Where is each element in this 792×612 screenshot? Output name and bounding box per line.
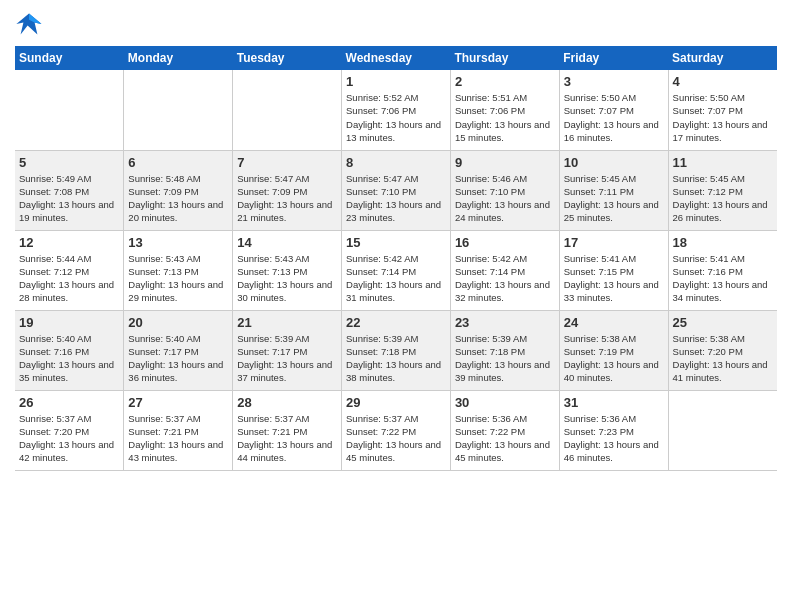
week-row-4: 19Sunrise: 5:40 AM Sunset: 7:16 PM Dayli… — [15, 310, 777, 390]
weekday-header-wednesday: Wednesday — [342, 46, 451, 70]
day-info: Sunrise: 5:42 AM Sunset: 7:14 PM Dayligh… — [346, 252, 446, 305]
day-cell: 29Sunrise: 5:37 AM Sunset: 7:22 PM Dayli… — [342, 390, 451, 470]
day-info: Sunrise: 5:36 AM Sunset: 7:23 PM Dayligh… — [564, 412, 664, 465]
day-info: Sunrise: 5:43 AM Sunset: 7:13 PM Dayligh… — [237, 252, 337, 305]
logo-icon — [15, 10, 43, 38]
day-cell: 18Sunrise: 5:41 AM Sunset: 7:16 PM Dayli… — [668, 230, 777, 310]
day-number: 18 — [673, 235, 773, 250]
day-cell — [233, 70, 342, 150]
day-cell: 13Sunrise: 5:43 AM Sunset: 7:13 PM Dayli… — [124, 230, 233, 310]
day-number: 25 — [673, 315, 773, 330]
day-number: 15 — [346, 235, 446, 250]
day-cell — [15, 70, 124, 150]
calendar-page: SundayMondayTuesdayWednesdayThursdayFrid… — [0, 0, 792, 481]
day-cell: 20Sunrise: 5:40 AM Sunset: 7:17 PM Dayli… — [124, 310, 233, 390]
day-number: 29 — [346, 395, 446, 410]
day-cell: 30Sunrise: 5:36 AM Sunset: 7:22 PM Dayli… — [450, 390, 559, 470]
day-number: 10 — [564, 155, 664, 170]
day-cell: 23Sunrise: 5:39 AM Sunset: 7:18 PM Dayli… — [450, 310, 559, 390]
day-number: 13 — [128, 235, 228, 250]
day-info: Sunrise: 5:50 AM Sunset: 7:07 PM Dayligh… — [564, 91, 664, 144]
day-cell: 11Sunrise: 5:45 AM Sunset: 7:12 PM Dayli… — [668, 150, 777, 230]
day-number: 17 — [564, 235, 664, 250]
week-row-3: 12Sunrise: 5:44 AM Sunset: 7:12 PM Dayli… — [15, 230, 777, 310]
header — [15, 10, 777, 38]
day-cell: 17Sunrise: 5:41 AM Sunset: 7:15 PM Dayli… — [559, 230, 668, 310]
calendar-table: SundayMondayTuesdayWednesdayThursdayFrid… — [15, 46, 777, 471]
day-number: 6 — [128, 155, 228, 170]
day-number: 9 — [455, 155, 555, 170]
day-cell: 26Sunrise: 5:37 AM Sunset: 7:20 PM Dayli… — [15, 390, 124, 470]
day-cell: 15Sunrise: 5:42 AM Sunset: 7:14 PM Dayli… — [342, 230, 451, 310]
day-number: 3 — [564, 74, 664, 89]
day-info: Sunrise: 5:50 AM Sunset: 7:07 PM Dayligh… — [673, 91, 773, 144]
weekday-header-saturday: Saturday — [668, 46, 777, 70]
week-row-1: 1Sunrise: 5:52 AM Sunset: 7:06 PM Daylig… — [15, 70, 777, 150]
weekday-header-monday: Monday — [124, 46, 233, 70]
weekday-header-row: SundayMondayTuesdayWednesdayThursdayFrid… — [15, 46, 777, 70]
day-info: Sunrise: 5:37 AM Sunset: 7:21 PM Dayligh… — [128, 412, 228, 465]
day-cell — [668, 390, 777, 470]
day-cell: 3Sunrise: 5:50 AM Sunset: 7:07 PM Daylig… — [559, 70, 668, 150]
day-cell: 8Sunrise: 5:47 AM Sunset: 7:10 PM Daylig… — [342, 150, 451, 230]
day-info: Sunrise: 5:41 AM Sunset: 7:16 PM Dayligh… — [673, 252, 773, 305]
week-row-5: 26Sunrise: 5:37 AM Sunset: 7:20 PM Dayli… — [15, 390, 777, 470]
weekday-header-thursday: Thursday — [450, 46, 559, 70]
day-number: 21 — [237, 315, 337, 330]
day-info: Sunrise: 5:47 AM Sunset: 7:09 PM Dayligh… — [237, 172, 337, 225]
day-number: 23 — [455, 315, 555, 330]
week-row-2: 5Sunrise: 5:49 AM Sunset: 7:08 PM Daylig… — [15, 150, 777, 230]
day-number: 8 — [346, 155, 446, 170]
day-cell: 28Sunrise: 5:37 AM Sunset: 7:21 PM Dayli… — [233, 390, 342, 470]
day-info: Sunrise: 5:48 AM Sunset: 7:09 PM Dayligh… — [128, 172, 228, 225]
day-info: Sunrise: 5:46 AM Sunset: 7:10 PM Dayligh… — [455, 172, 555, 225]
day-cell: 2Sunrise: 5:51 AM Sunset: 7:06 PM Daylig… — [450, 70, 559, 150]
day-info: Sunrise: 5:38 AM Sunset: 7:20 PM Dayligh… — [673, 332, 773, 385]
day-cell: 7Sunrise: 5:47 AM Sunset: 7:09 PM Daylig… — [233, 150, 342, 230]
day-info: Sunrise: 5:39 AM Sunset: 7:18 PM Dayligh… — [346, 332, 446, 385]
day-number: 20 — [128, 315, 228, 330]
day-number: 7 — [237, 155, 337, 170]
weekday-header-friday: Friday — [559, 46, 668, 70]
day-info: Sunrise: 5:40 AM Sunset: 7:17 PM Dayligh… — [128, 332, 228, 385]
day-info: Sunrise: 5:37 AM Sunset: 7:21 PM Dayligh… — [237, 412, 337, 465]
day-cell: 12Sunrise: 5:44 AM Sunset: 7:12 PM Dayli… — [15, 230, 124, 310]
weekday-header-tuesday: Tuesday — [233, 46, 342, 70]
day-info: Sunrise: 5:44 AM Sunset: 7:12 PM Dayligh… — [19, 252, 119, 305]
day-number: 16 — [455, 235, 555, 250]
day-number: 24 — [564, 315, 664, 330]
day-info: Sunrise: 5:45 AM Sunset: 7:12 PM Dayligh… — [673, 172, 773, 225]
weekday-header-sunday: Sunday — [15, 46, 124, 70]
day-number: 19 — [19, 315, 119, 330]
day-number: 5 — [19, 155, 119, 170]
day-info: Sunrise: 5:37 AM Sunset: 7:22 PM Dayligh… — [346, 412, 446, 465]
day-number: 22 — [346, 315, 446, 330]
day-number: 27 — [128, 395, 228, 410]
day-info: Sunrise: 5:51 AM Sunset: 7:06 PM Dayligh… — [455, 91, 555, 144]
day-number: 26 — [19, 395, 119, 410]
day-cell: 25Sunrise: 5:38 AM Sunset: 7:20 PM Dayli… — [668, 310, 777, 390]
day-cell: 14Sunrise: 5:43 AM Sunset: 7:13 PM Dayli… — [233, 230, 342, 310]
logo — [15, 10, 43, 38]
day-cell — [124, 70, 233, 150]
day-cell: 5Sunrise: 5:49 AM Sunset: 7:08 PM Daylig… — [15, 150, 124, 230]
day-info: Sunrise: 5:49 AM Sunset: 7:08 PM Dayligh… — [19, 172, 119, 225]
day-info: Sunrise: 5:40 AM Sunset: 7:16 PM Dayligh… — [19, 332, 119, 385]
day-cell: 1Sunrise: 5:52 AM Sunset: 7:06 PM Daylig… — [342, 70, 451, 150]
day-cell: 10Sunrise: 5:45 AM Sunset: 7:11 PM Dayli… — [559, 150, 668, 230]
day-info: Sunrise: 5:36 AM Sunset: 7:22 PM Dayligh… — [455, 412, 555, 465]
day-info: Sunrise: 5:39 AM Sunset: 7:18 PM Dayligh… — [455, 332, 555, 385]
day-cell: 31Sunrise: 5:36 AM Sunset: 7:23 PM Dayli… — [559, 390, 668, 470]
day-info: Sunrise: 5:45 AM Sunset: 7:11 PM Dayligh… — [564, 172, 664, 225]
day-info: Sunrise: 5:37 AM Sunset: 7:20 PM Dayligh… — [19, 412, 119, 465]
day-info: Sunrise: 5:47 AM Sunset: 7:10 PM Dayligh… — [346, 172, 446, 225]
day-info: Sunrise: 5:38 AM Sunset: 7:19 PM Dayligh… — [564, 332, 664, 385]
day-cell: 16Sunrise: 5:42 AM Sunset: 7:14 PM Dayli… — [450, 230, 559, 310]
day-cell: 4Sunrise: 5:50 AM Sunset: 7:07 PM Daylig… — [668, 70, 777, 150]
day-cell: 6Sunrise: 5:48 AM Sunset: 7:09 PM Daylig… — [124, 150, 233, 230]
day-number: 30 — [455, 395, 555, 410]
day-info: Sunrise: 5:52 AM Sunset: 7:06 PM Dayligh… — [346, 91, 446, 144]
day-cell: 22Sunrise: 5:39 AM Sunset: 7:18 PM Dayli… — [342, 310, 451, 390]
day-number: 28 — [237, 395, 337, 410]
day-number: 12 — [19, 235, 119, 250]
